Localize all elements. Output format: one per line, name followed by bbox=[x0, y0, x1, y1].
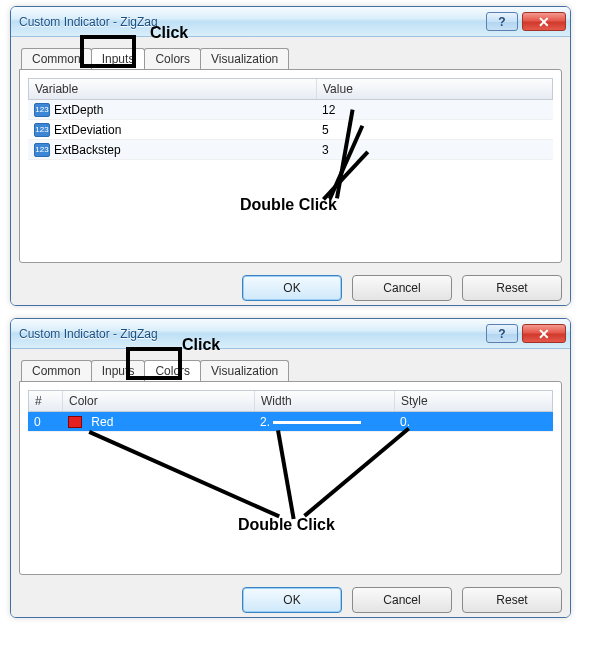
tab-inputs[interactable]: Inputs bbox=[91, 360, 146, 381]
titlebar[interactable]: Custom Indicator - ZigZag ? bbox=[11, 319, 570, 349]
table-row[interactable]: 123 ExtDeviation 5 bbox=[28, 120, 553, 140]
var-value[interactable]: 3 bbox=[316, 143, 335, 157]
button-row: OK Cancel Reset bbox=[19, 263, 562, 301]
cell-color[interactable]: Red bbox=[62, 415, 254, 429]
reset-button[interactable]: Reset bbox=[462, 275, 562, 301]
dialog-inputs: Custom Indicator - ZigZag ? Common Input… bbox=[10, 6, 571, 306]
tab-colors[interactable]: Colors bbox=[144, 48, 201, 69]
list-header: Variable Value bbox=[28, 78, 553, 100]
cell-width[interactable]: 2. bbox=[254, 415, 394, 429]
button-row: OK Cancel Reset bbox=[19, 575, 562, 613]
tab-colors[interactable]: Colors bbox=[144, 360, 201, 381]
width-value: 2. bbox=[260, 415, 270, 429]
cancel-button[interactable]: Cancel bbox=[352, 587, 452, 613]
var-name: ExtDeviation bbox=[54, 123, 121, 137]
tab-panel: # Color Width Style 0 Red 2. 0. bbox=[19, 381, 562, 575]
width-preview-icon bbox=[273, 421, 361, 424]
var-value[interactable]: 5 bbox=[316, 123, 335, 137]
window-title: Custom Indicator - ZigZag bbox=[19, 327, 486, 341]
var-name: ExtBackstep bbox=[54, 143, 121, 157]
list-header: # Color Width Style bbox=[28, 390, 553, 412]
titlebar[interactable]: Custom Indicator - ZigZag ? bbox=[11, 7, 570, 37]
tabstrip: Common Inputs Colors Visualization bbox=[21, 45, 562, 69]
table-row[interactable]: 123 ExtBackstep 3 bbox=[28, 140, 553, 160]
col-style[interactable]: Style bbox=[395, 391, 552, 411]
close-button[interactable] bbox=[522, 12, 566, 31]
cancel-button[interactable]: Cancel bbox=[352, 275, 452, 301]
color-name: Red bbox=[91, 415, 113, 429]
int-icon: 123 bbox=[34, 103, 50, 117]
tab-inputs[interactable]: Inputs bbox=[91, 48, 146, 69]
cell-index[interactable]: 0 bbox=[28, 415, 62, 429]
table-row[interactable]: 0 Red 2. 0. bbox=[28, 412, 553, 432]
help-button[interactable]: ? bbox=[486, 324, 518, 343]
window-title: Custom Indicator - ZigZag bbox=[19, 15, 486, 29]
int-icon: 123 bbox=[34, 123, 50, 137]
reset-button[interactable]: Reset bbox=[462, 587, 562, 613]
dialog-colors: Custom Indicator - ZigZag ? Common Input… bbox=[10, 318, 571, 618]
ok-button[interactable]: OK bbox=[242, 587, 342, 613]
var-value[interactable]: 12 bbox=[316, 103, 341, 117]
ok-button[interactable]: OK bbox=[242, 275, 342, 301]
tab-common[interactable]: Common bbox=[21, 48, 92, 69]
help-button[interactable]: ? bbox=[486, 12, 518, 31]
color-swatch-icon bbox=[68, 416, 82, 428]
col-variable[interactable]: Variable bbox=[29, 79, 317, 99]
tab-visualization[interactable]: Visualization bbox=[200, 360, 289, 381]
var-name: ExtDepth bbox=[54, 103, 103, 117]
close-button[interactable] bbox=[522, 324, 566, 343]
col-width[interactable]: Width bbox=[255, 391, 395, 411]
tabstrip: Common Inputs Colors Visualization bbox=[21, 357, 562, 381]
tab-panel: Variable Value 123 ExtDepth 12 123 ExtDe… bbox=[19, 69, 562, 263]
col-index[interactable]: # bbox=[29, 391, 63, 411]
col-value[interactable]: Value bbox=[317, 79, 552, 99]
table-row[interactable]: 123 ExtDepth 12 bbox=[28, 100, 553, 120]
tab-visualization[interactable]: Visualization bbox=[200, 48, 289, 69]
tab-common[interactable]: Common bbox=[21, 360, 92, 381]
cell-style[interactable]: 0. bbox=[394, 415, 416, 429]
int-icon: 123 bbox=[34, 143, 50, 157]
client-area: Common Inputs Colors Visualization Varia… bbox=[11, 37, 570, 305]
client-area: Common Inputs Colors Visualization # Col… bbox=[11, 349, 570, 617]
col-color[interactable]: Color bbox=[63, 391, 255, 411]
